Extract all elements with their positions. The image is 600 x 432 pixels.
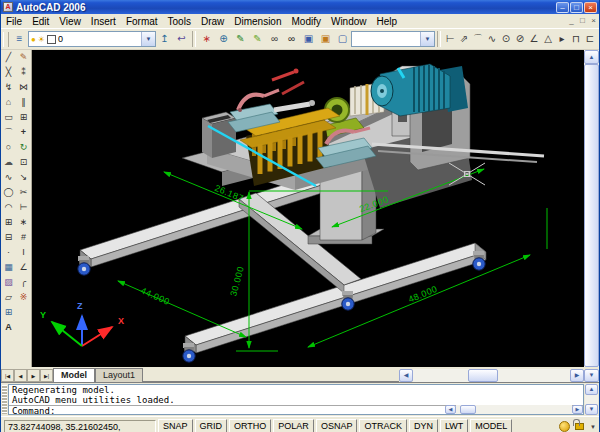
angular-dimension-icon[interactable]: ∠ [527, 31, 541, 48]
menu-tools[interactable]: Tools [163, 15, 196, 28]
scroll-down-icon[interactable]: ▼ [585, 404, 598, 415]
circle-tool-icon[interactable]: ○ [1, 140, 16, 155]
menu-help[interactable]: Help [372, 15, 403, 28]
menu-dimension[interactable]: Dimension [229, 15, 286, 28]
layer-previous-icon[interactable]: ↩ [173, 31, 190, 48]
region-tool-icon[interactable]: ▱ [1, 290, 16, 305]
chamfer-tool-icon[interactable]: ∠ [16, 260, 31, 275]
menu-edit[interactable]: Edit [27, 15, 54, 28]
make-block-tool-icon[interactable]: ⊟ [1, 230, 16, 245]
offset-tool-icon[interactable]: ∥ [16, 95, 31, 110]
blue-cube-icon[interactable]: ▣ [300, 31, 317, 48]
continue-dimension-icon[interactable]: ⊓ [569, 31, 583, 48]
green-pencil-2-icon[interactable]: ✎ [249, 31, 266, 48]
maximize-button[interactable]: □ [570, 2, 583, 13]
insert-block-tool-icon[interactable]: ⊞ [1, 215, 16, 230]
chevron-down-icon[interactable]: ▼ [141, 32, 155, 46]
doc-restore-button[interactable]: □ [577, 15, 588, 27]
orange-cube-icon[interactable]: ▣ [317, 31, 334, 48]
next-tab-button[interactable]: ▶ [27, 369, 40, 382]
move-tool-icon[interactable]: + [16, 125, 31, 140]
erase-tool-icon[interactable]: ✎ [16, 50, 31, 65]
last-tab-button[interactable]: ▶| [40, 369, 53, 382]
horizontal-scroll-thumb[interactable] [468, 369, 498, 382]
arc-tool-icon[interactable]: ⌒ [1, 125, 16, 140]
vertical-scrollbar[interactable]: ▲ [584, 50, 599, 367]
copy-tool-icon[interactable]: ⁑ [16, 65, 31, 80]
trim-tool-icon[interactable]: ✂ [16, 185, 31, 200]
join-tool-icon[interactable]: I [16, 245, 31, 260]
dimension-style-icon[interactable]: ⊏ [583, 31, 597, 48]
spline-tool-icon[interactable]: ∿ [1, 170, 16, 185]
menu-file[interactable]: File [1, 15, 27, 28]
ellipse-arc-tool-icon[interactable]: ◠ [1, 200, 16, 215]
quick-dimension-icon[interactable]: △ [541, 31, 555, 48]
ellipse-tool-icon[interactable]: ◯ [1, 185, 16, 200]
tab-model[interactable]: Model [53, 368, 95, 382]
drawing-viewport[interactable]: 26.187 22.000 30.000 44.000 48.000 Z X Y [32, 50, 584, 367]
horizontal-scroll-track[interactable] [413, 369, 570, 382]
scroll-right-icon[interactable]: ▶ [572, 405, 583, 414]
tab-layout1[interactable]: Layout1 [95, 368, 143, 382]
command-hscroll-thumb[interactable] [460, 405, 476, 414]
linear-dimension-icon[interactable]: ⊢ [443, 31, 457, 48]
baseline-dimension-icon[interactable]: ▸ [555, 31, 569, 48]
minimize-button[interactable]: – [556, 2, 569, 13]
break-tool-icon[interactable]: # [16, 230, 31, 245]
point-tool-icon[interactable]: · [1, 245, 16, 260]
revision-cloud-tool-icon[interactable]: ☁ [1, 155, 16, 170]
menu-modify[interactable]: Modify [287, 15, 326, 28]
menu-format[interactable]: Format [121, 15, 163, 28]
binoculars-plus-icon[interactable]: ∞ [283, 31, 300, 48]
coordinate-display[interactable]: 73.82744098, 35.21602450, 0.00000000 [4, 420, 156, 432]
layer-properties-manager-icon[interactable]: ≡ [11, 31, 28, 48]
menu-window[interactable]: Window [326, 15, 372, 28]
diameter-dimension-icon[interactable]: ⊘ [513, 31, 527, 48]
polar-toggle[interactable]: POLAR [273, 419, 314, 432]
grid-toggle[interactable]: GRID [195, 419, 228, 432]
make-object-layer-current-icon[interactable]: ↥ [156, 31, 173, 48]
scale-tool-icon[interactable]: ⊡ [16, 155, 31, 170]
command-horizontal-scrollbar[interactable]: ◀ ▶ [445, 405, 583, 414]
blue-cube-arrow-icon[interactable]: ▢ [334, 31, 351, 48]
osnap-toggle[interactable]: OSNAP [316, 419, 358, 432]
construction-line-tool-icon[interactable]: ╳ [1, 65, 16, 80]
stretch-tool-icon[interactable]: ↘ [16, 170, 31, 185]
status-menu-icon[interactable]: ▼ [590, 424, 596, 430]
chevron-down-icon[interactable]: ▼ [420, 32, 434, 46]
lwt-toggle[interactable]: LWT [440, 419, 468, 432]
otrack-toggle[interactable]: OTRACK [359, 419, 407, 432]
zoom-star-icon[interactable]: ⊕ [215, 31, 232, 48]
extend-tool-icon[interactable]: ⊢ [16, 200, 31, 215]
polygon-tool-icon[interactable]: ⌂ [1, 95, 16, 110]
rotate-tool-icon[interactable]: ↻ [16, 140, 31, 155]
arc-length-dimension-icon[interactable]: ⌒ [471, 31, 485, 48]
menu-draw[interactable]: Draw [196, 15, 229, 28]
multiline-text-tool-icon[interactable]: A [1, 320, 16, 335]
command-scroll-track[interactable] [585, 395, 598, 404]
scroll-up-icon[interactable]: ▲ [585, 384, 598, 395]
binoculars-icon[interactable]: ∞ [266, 31, 283, 48]
gradient-tool-icon[interactable]: ▨ [1, 275, 16, 290]
toolbar-lock-icon[interactable] [575, 423, 584, 430]
line-tool-icon[interactable]: ╱ [1, 50, 16, 65]
style-dropdown[interactable]: ▼ [351, 31, 435, 47]
fillet-tool-icon[interactable]: ╭ [16, 275, 31, 290]
break-at-point-tool-icon[interactable]: ∗ [16, 215, 31, 230]
command-hscroll-track[interactable] [456, 405, 572, 414]
scroll-right-icon[interactable]: ▶ [570, 369, 584, 382]
aligned-dimension-icon[interactable]: ⇗ [457, 31, 471, 48]
doc-close-button[interactable]: × [588, 15, 599, 27]
horizontal-scrollbar[interactable]: ◀ ▶ [399, 369, 584, 382]
close-button[interactable]: × [584, 2, 597, 13]
scroll-down-icon[interactable]: ▼ [584, 369, 599, 382]
layer-dropdown[interactable]: ● ☀ 0 ▼ [28, 31, 156, 47]
ortho-toggle[interactable]: ORTHO [229, 419, 271, 432]
menu-insert[interactable]: Insert [86, 15, 121, 28]
radius-dimension-icon[interactable]: ⊙ [499, 31, 513, 48]
command-window-grip[interactable] [2, 385, 7, 414]
first-tab-button[interactable]: |◀ [1, 369, 14, 382]
model-toggle[interactable]: MODEL [470, 419, 512, 432]
toolbar-grip[interactable] [3, 32, 9, 47]
polyline-tool-icon[interactable]: ↯ [1, 80, 16, 95]
